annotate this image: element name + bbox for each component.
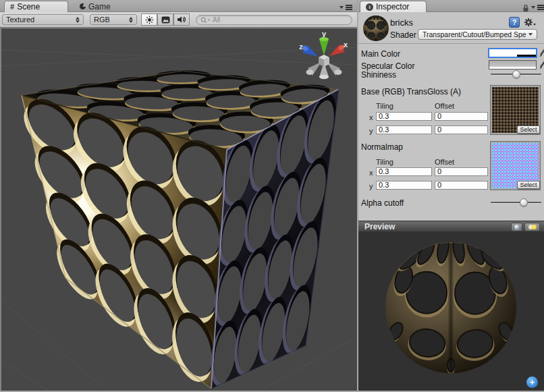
scene-tabbar: # Scene Game — [0, 0, 357, 12]
updown-arrows-icon — [76, 17, 80, 23]
tab-inspector[interactable]: i Inspector — [360, 1, 427, 12]
alpha-cutoff-label: Alpha cutoff — [361, 198, 404, 208]
inspector-pane-caret-icon — [531, 6, 535, 9]
normal-offset-header: Offset — [435, 158, 454, 166]
base-texture-label: Base (RGB) TransGloss (A) — [361, 87, 461, 96]
preview-lighting-toggle[interactable] — [524, 223, 540, 231]
scene-viewport[interactable]: y x z — [1, 28, 357, 391]
normalmap-label: Normalmap — [361, 142, 403, 152]
shininess-slider-thumb[interactable] — [512, 70, 520, 78]
shader-dropdown[interactable]: Transparent/Cutout/Bumped Spe — [418, 29, 537, 40]
alpha-slider-track[interactable] — [491, 202, 541, 203]
scene-search-field[interactable]: All — [196, 15, 352, 25]
gizmo-x-label: x — [344, 40, 348, 49]
search-text: All — [213, 16, 220, 24]
main-color-swatch[interactable] — [488, 48, 537, 58]
main-color-eyedropper[interactable] — [539, 47, 544, 58]
lock-icon — [522, 4, 529, 12]
select-label2: Select — [520, 181, 537, 188]
inspector-pane-hamburger-icon — [537, 5, 544, 10]
shininess-label: Shininess — [361, 70, 396, 80]
alpha-slider-thumb[interactable] — [520, 198, 528, 206]
base-tiling-header: Tiling — [376, 102, 393, 110]
normalmap-select-button[interactable]: Select — [517, 181, 540, 189]
main-color-alpha-bar — [489, 55, 536, 57]
scene-pane: # Scene Game Textured RGB — [0, 0, 357, 392]
tab-game[interactable]: Game — [74, 1, 116, 12]
preview-title: Preview — [364, 222, 395, 231]
sun-icon — [145, 16, 154, 24]
draw-mode-value: Textured — [6, 16, 34, 24]
sphere-toggle-icon — [514, 225, 520, 230]
normal-tiling-x-field[interactable]: 0.3 — [376, 167, 432, 176]
normal-tiling-header: Tiling — [376, 158, 393, 166]
preview-area[interactable]: + — [358, 231, 544, 391]
scene-lighting-toggle[interactable] — [141, 13, 157, 26]
base-y-label: y — [369, 127, 373, 135]
render-channel-dropdown[interactable]: RGB — [90, 14, 137, 25]
scene-skybox-toggle[interactable] — [157, 13, 173, 26]
normal-offset-x-field[interactable]: 0 — [435, 167, 488, 176]
image-icon — [161, 16, 170, 24]
select-label: Select — [520, 126, 537, 133]
add-preview-button[interactable]: + — [526, 376, 538, 388]
tab-game-label: Game — [88, 2, 111, 11]
base-tiling-y-field[interactable]: 0.3 — [376, 125, 432, 134]
preview-header[interactable]: Preview — [358, 221, 544, 231]
shader-caret-icon — [528, 33, 533, 36]
tab-scene[interactable]: # Scene — [4, 1, 68, 12]
main-color-label: Main Color — [361, 49, 400, 59]
gizmo-y-label: y — [322, 30, 327, 38]
base-offset-y-field[interactable]: 0 — [435, 125, 488, 134]
inspector-pane: i Inspector — [357, 0, 544, 392]
tab-inspector-label: Inspector — [376, 2, 409, 11]
scene-grid-icon: # — [10, 3, 14, 11]
header-separator — [358, 43, 544, 44]
scene-pane-caret-icon — [339, 6, 344, 9]
plus-icon: + — [530, 377, 535, 387]
normal-offset-y-field[interactable]: 0 — [435, 181, 488, 190]
base-offset-header: Offset — [435, 102, 454, 110]
draw-mode-dropdown[interactable]: Textured — [2, 14, 84, 25]
window-border-left — [0, 28, 1, 392]
gear-icon — [524, 18, 533, 27]
scene-pane-menu[interactable] — [339, 5, 352, 10]
normal-tiling-y-field[interactable]: 0.3 — [376, 181, 432, 190]
gear-caret-icon — [533, 24, 536, 26]
base-texture-select-button[interactable]: Select — [517, 125, 540, 134]
audio-icon — [177, 16, 186, 24]
material-preview-icon — [362, 14, 390, 43]
inspector-tabbar: i Inspector — [358, 0, 544, 12]
help-question: ? — [512, 19, 516, 26]
material-name: bricks — [390, 18, 413, 28]
light-dot-on-icon — [532, 225, 537, 229]
scene-audio-toggle[interactable] — [173, 13, 190, 26]
search-icon — [200, 17, 211, 24]
updown-arrows-icon2 — [129, 17, 133, 23]
help-icon[interactable]: ? — [509, 17, 520, 28]
game-icon — [80, 3, 86, 9]
sphere-hole — [375, 38, 377, 41]
specular-eyedropper[interactable] — [539, 59, 544, 70]
shader-value: Transparent/Cutout/Bumped Spe — [423, 30, 528, 38]
normal-y-label: y — [369, 182, 373, 190]
inspector-pane-menu[interactable] — [531, 5, 544, 10]
normal-x-label: x — [369, 169, 373, 177]
tab-scene-label: Scene — [17, 2, 40, 11]
unity-editor-window: # Scene Game Textured RGB — [0, 0, 544, 392]
channel-value: RGB — [94, 16, 110, 24]
specular-color-label: Specular Color — [361, 61, 414, 71]
base-offset-x-field[interactable]: 0 — [435, 112, 488, 121]
scene-toolbar: Textured RGB — [0, 12, 357, 28]
base-x-label: x — [369, 113, 373, 121]
info-icon: i — [366, 3, 373, 11]
base-tiling-x-field[interactable]: 0.3 — [376, 112, 432, 121]
scene-pane-hamburger-icon — [346, 5, 352, 10]
material-gear-menu[interactable] — [524, 18, 533, 30]
shader-field-label: Shader — [390, 30, 416, 40]
specular-color-swatch[interactable] — [489, 60, 537, 69]
preview-sphere-toggle[interactable] — [511, 223, 522, 231]
gizmo-z-label: z — [299, 43, 303, 51]
specular-alpha-bar — [489, 67, 536, 69]
